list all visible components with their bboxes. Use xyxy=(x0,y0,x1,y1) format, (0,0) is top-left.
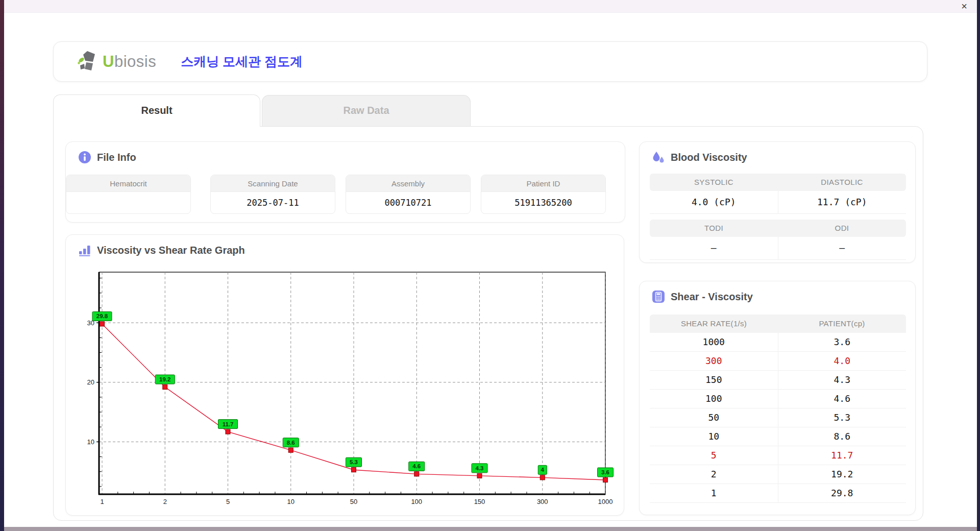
svg-text:10: 10 xyxy=(87,438,94,446)
field-value: 51911365200 xyxy=(481,192,605,214)
shear-table-row: 100 4.6 xyxy=(650,390,906,408)
svg-text:1: 1 xyxy=(100,498,104,505)
svg-text:150: 150 xyxy=(474,498,485,505)
shear-table-row: 300 4.0 xyxy=(650,352,906,371)
diastolic-label: DIASTOLIC xyxy=(778,174,906,191)
file-info-field: Assembly 000710721 xyxy=(346,175,471,214)
info-icon xyxy=(78,151,91,164)
svg-text:1000: 1000 xyxy=(598,498,613,505)
window-bottom-border xyxy=(0,527,980,531)
window-left-border xyxy=(0,0,4,531)
svg-text:100: 100 xyxy=(411,498,422,505)
shear-table-row: 5 11.7 xyxy=(650,446,906,465)
titlebar: × xyxy=(4,0,977,13)
logo-text: Ubiosis xyxy=(103,53,156,71)
viscosity-vs-shear-rate-chart: 1020301251050100150300100029.819.211.78.… xyxy=(76,270,617,507)
shear-table-header: SHEAR RATE(1/s) PATIENT(cp) xyxy=(650,315,906,333)
file-info-card: File Info Scanning Date 2025-07-11 Assem… xyxy=(65,141,625,223)
patient-cell: 29.8 xyxy=(778,484,906,502)
patient-cell: 19.2 xyxy=(778,465,906,484)
shear-viscosity-title: Shear - Viscosity xyxy=(671,291,753,303)
patient-cell: 4.6 xyxy=(778,390,906,408)
svg-text:50: 50 xyxy=(350,498,357,505)
patient-cell: 8.6 xyxy=(778,427,906,446)
field-value: 2025-07-11 xyxy=(211,192,335,214)
patient-column-header: PATIENT(cp) xyxy=(778,315,906,333)
field-value xyxy=(66,192,190,214)
svg-text:300: 300 xyxy=(537,498,548,505)
water-drops-icon xyxy=(652,151,665,164)
shear-viscosity-title-row: Shear - Viscosity xyxy=(640,281,915,303)
file-info-fields: Scanning Date 2025-07-11 Assembly 000710… xyxy=(66,175,625,214)
shear-table-row: 10 8.6 xyxy=(650,427,906,446)
graph-title: Viscosity vs Shear Rate Graph xyxy=(97,245,245,256)
svg-text:29.8: 29.8 xyxy=(96,313,108,319)
shear-table-body: 1000 3.6 300 4.0 150 4.3 100 4.6 50 xyxy=(650,333,906,503)
diastolic-value: 11.7 (cP) xyxy=(778,191,906,214)
window-right-border xyxy=(977,0,980,531)
blood-viscosity-title: Blood Viscosity xyxy=(671,152,747,163)
ubiosis-pebbles-icon xyxy=(77,51,101,73)
shear-rate-column-header: SHEAR RATE(1/s) xyxy=(650,315,778,333)
patient-cell: 5.3 xyxy=(778,408,906,427)
shear-viscosity-table: SHEAR RATE(1/s) PATIENT(cp) 1000 3.6 300… xyxy=(650,315,906,503)
app-title-korean: 스캐닝 모세관 점도계 xyxy=(181,53,303,70)
shear-rate-cell: 1 xyxy=(650,484,778,502)
svg-text:20: 20 xyxy=(87,378,94,386)
graph-title-row: Viscosity vs Shear Rate Graph xyxy=(66,235,624,257)
bv-header-row-2: TODI ODI xyxy=(650,220,906,237)
svg-text:11.7: 11.7 xyxy=(223,421,234,427)
logo-letter-u: U xyxy=(103,53,114,70)
odi-value: – xyxy=(778,237,906,260)
patient-cell: 11.7 xyxy=(778,446,906,465)
bv-value-row-2: – – xyxy=(650,237,906,260)
svg-text:2: 2 xyxy=(163,498,167,505)
tab-result[interactable]: Result xyxy=(53,94,260,127)
systolic-value: 4.0 (cP) xyxy=(650,191,778,214)
odi-label: ODI xyxy=(778,220,906,237)
svg-text:5.3: 5.3 xyxy=(350,459,358,465)
svg-text:10: 10 xyxy=(287,498,295,505)
todi-value: – xyxy=(650,237,778,260)
field-label: Scanning Date xyxy=(211,175,335,192)
shear-rate-cell: 2 xyxy=(650,465,778,484)
svg-text:4.3: 4.3 xyxy=(476,465,484,471)
patient-cell: 4.3 xyxy=(778,371,906,389)
svg-text:4.6: 4.6 xyxy=(412,463,421,469)
file-info-title: File Info xyxy=(97,152,136,163)
svg-text:4: 4 xyxy=(541,467,545,473)
tab-raw-data[interactable]: Raw Data xyxy=(262,95,471,126)
shear-rate-cell: 50 xyxy=(650,408,778,427)
shear-viscosity-card: Shear - Viscosity SHEAR RATE(1/s) PATIEN… xyxy=(639,281,916,515)
svg-text:8.6: 8.6 xyxy=(287,440,295,446)
shear-rate-cell: 300 xyxy=(650,352,778,370)
shear-rate-cell: 10 xyxy=(650,427,778,446)
file-info-field: Patient ID 51911365200 xyxy=(481,175,606,214)
todi-label: TODI xyxy=(650,220,778,237)
field-label: Patient ID xyxy=(481,175,605,192)
bv-value-row-1: 4.0 (cP) 11.7 (cP) xyxy=(650,191,906,214)
shear-rate-cell: 1000 xyxy=(650,333,778,351)
field-label: Assembly xyxy=(346,175,470,192)
result-panel: File Info Scanning Date 2025-07-11 Assem… xyxy=(53,126,923,521)
svg-text:3.6: 3.6 xyxy=(601,469,609,475)
ubiosis-logo: Ubiosis xyxy=(77,51,156,73)
logo-rest: biosis xyxy=(114,53,156,70)
shear-rate-cell: 150 xyxy=(650,371,778,389)
shear-table-row: 1000 3.6 xyxy=(650,333,906,352)
shear-table-row: 150 4.3 xyxy=(650,371,906,390)
field-label: Hematocrit xyxy=(66,175,190,192)
svg-text:19.2: 19.2 xyxy=(159,376,170,382)
close-icon[interactable]: × xyxy=(959,1,970,12)
shear-table-row: 50 5.3 xyxy=(650,408,906,427)
bv-header-row-1: SYSTOLIC DIASTOLIC xyxy=(650,174,906,191)
chart-box: 1020301251050100150300100029.819.211.78.… xyxy=(76,270,617,509)
blood-viscosity-title-row: Blood Viscosity xyxy=(640,142,915,164)
patient-cell: 4.0 xyxy=(778,352,906,370)
shear-table-row: 1 29.8 xyxy=(650,484,906,503)
file-info-field: Scanning Date 2025-07-11 xyxy=(210,175,335,214)
bar-chart-icon xyxy=(78,244,91,257)
file-info-field: Hematocrit xyxy=(66,175,191,214)
field-value: 000710721 xyxy=(346,192,470,214)
shear-table-row: 2 19.2 xyxy=(650,465,906,484)
